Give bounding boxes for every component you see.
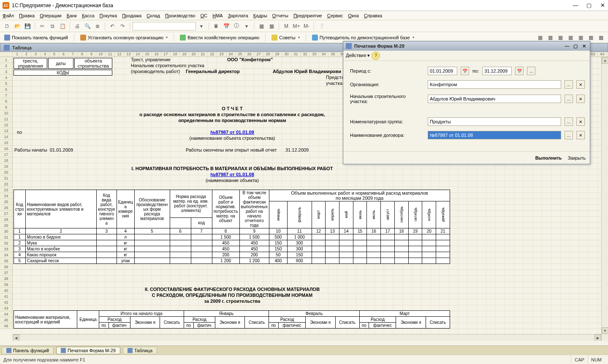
org-label: Организация: xyxy=(350,82,424,87)
dialog-max-icon[interactable]: ▢ xyxy=(572,43,579,49)
calendar-icon[interactable]: 📅 xyxy=(222,22,231,31)
print-icon[interactable]: 🖨 xyxy=(73,22,82,31)
search-dd-icon[interactable]: ▾ xyxy=(197,22,206,31)
menu-service[interactable]: Сервис xyxy=(327,13,343,18)
dialog-close-icon[interactable]: ✕ xyxy=(581,43,587,49)
row-contract: Наименование договора: №87987 от 01.01.0… xyxy=(350,131,585,139)
paste-icon[interactable]: 📋 xyxy=(58,22,67,31)
date-to-input[interactable]: 31.12.2009 xyxy=(482,67,512,75)
ooo-value: ООО "Конфетпром" xyxy=(227,57,273,62)
org-pick-icon[interactable]: … xyxy=(565,80,573,89)
execute-button[interactable]: Выполнить xyxy=(535,155,562,160)
date-from-picker-icon[interactable]: 📅 xyxy=(461,67,469,75)
menu-production[interactable]: Производство xyxy=(165,13,195,18)
copy-icon[interactable]: ⧉ xyxy=(48,22,57,31)
close-button[interactable]: ✕ xyxy=(600,3,605,8)
taskbar-m29[interactable]: Печатная Форма М-29 xyxy=(56,347,120,354)
set-org-button[interactable]: Установить основную организацию▾ xyxy=(79,33,170,42)
menu-file[interactable]: Файл xyxy=(3,13,14,18)
search-input[interactable] xyxy=(133,22,196,30)
row-headers[interactable]: 1234567891011121314151617181920212223242… xyxy=(0,57,13,329)
redo-icon[interactable]: ↷ xyxy=(118,22,127,31)
dialog-min-icon[interactable]: — xyxy=(564,43,570,49)
menu-windows[interactable]: Окна xyxy=(348,13,359,18)
dropdown-icon[interactable]: ▾ xyxy=(242,22,251,31)
group-pick-icon[interactable]: … xyxy=(565,117,573,126)
chief-clear-icon[interactable]: ✕ xyxy=(576,95,585,103)
period-select-icon[interactable]: … xyxy=(527,67,535,75)
sheet-title: Таблица xyxy=(12,45,32,50)
date-from-input[interactable]: 01.01.2009 xyxy=(428,67,457,75)
taskbar-panel[interactable]: Панель функций xyxy=(2,347,54,354)
dialog-actions-menu[interactable]: Действия ▾ xyxy=(346,53,370,58)
menu-purchase[interactable]: Покупка xyxy=(100,13,117,18)
scrollbar-vertical[interactable]: ▲ ▼ xyxy=(601,57,608,341)
scroll-right-icon[interactable]: ▶ xyxy=(594,334,601,341)
tips-icon xyxy=(271,35,277,41)
contract-pick-icon[interactable]: … xyxy=(565,131,573,139)
open-icon[interactable]: 📂 xyxy=(13,22,22,31)
section1-title: I. НОРМАТИВНАЯ ПОТРЕБНОСТЬ В МАТЕРИАЛАХ … xyxy=(13,166,452,171)
period-label: Период с: xyxy=(350,68,424,73)
menu-cash[interactable]: Касса xyxy=(82,13,95,18)
org-clear-icon[interactable]: ✕ xyxy=(576,80,585,89)
end-value: 31.12.2009 xyxy=(285,147,309,152)
section1-contract[interactable]: №87987 от 01.01.08 xyxy=(13,172,452,177)
filter2-icon[interactable]: ▦ xyxy=(267,22,276,31)
chief-label: Начальник строительного участка xyxy=(131,63,204,68)
menu-hr[interactable]: Кадры xyxy=(253,13,267,18)
tips-button[interactable]: Советы▾ xyxy=(270,33,301,42)
undo-icon[interactable]: ↶ xyxy=(108,22,117,31)
menu-warehouse[interactable]: Склад xyxy=(147,13,160,18)
contract-input[interactable]: №87987 от 01.01.08 xyxy=(428,131,561,139)
m-minus-icon[interactable]: M- xyxy=(302,22,311,31)
scroll-down-icon[interactable]: ▼ xyxy=(602,327,608,334)
save-icon[interactable]: 💾 xyxy=(23,22,32,31)
menu-operations[interactable]: Операции xyxy=(40,13,61,18)
chevron-down-icon: ▾ xyxy=(298,35,300,39)
date-to-picker-icon[interactable]: 📅 xyxy=(515,67,524,75)
enter-oper-button[interactable]: Ввести хозяйственную операцию xyxy=(178,33,261,42)
filter1-icon[interactable]: ▦ xyxy=(257,22,266,31)
scroll-left-icon[interactable]: ◀ xyxy=(13,334,19,341)
menu-os[interactable]: ОС xyxy=(201,13,208,18)
taskbar-table[interactable]: Таблица xyxy=(123,347,157,354)
scroll-up-icon[interactable]: ▲ xyxy=(602,57,608,64)
to-label: по: xyxy=(472,68,479,73)
scrollbar-horizontal[interactable]: ◀ ▶ xyxy=(13,334,601,341)
group-input[interactable]: Продукты xyxy=(428,117,561,126)
info-icon[interactable]: ⓘ xyxy=(232,22,241,31)
row-group: Номенклатурная группа: Продукты … ✕ xyxy=(350,117,585,126)
help-icon[interactable]: ❔ xyxy=(317,22,326,31)
r7-icon[interactable]: ▦ xyxy=(596,33,605,42)
m-plus-icon[interactable]: M+ xyxy=(292,22,301,31)
minimize-button[interactable]: — xyxy=(573,3,578,8)
chief-pick-icon[interactable]: … xyxy=(565,95,573,103)
calc-icon[interactable]: 🖩 xyxy=(212,22,221,31)
dialog-titlebar[interactable]: Печатная Форма М-29 — ▢ ✕ xyxy=(343,41,590,51)
menu-sale[interactable]: Продажа xyxy=(122,13,141,18)
compare-icon[interactable]: ≣ xyxy=(93,22,102,31)
preview-icon[interactable]: 🔍 xyxy=(83,22,92,31)
close-dialog-button[interactable]: Закрыть xyxy=(568,155,586,160)
cut-icon[interactable]: ✂ xyxy=(38,22,47,31)
dialog-help-icon[interactable]: ? xyxy=(372,52,380,60)
maximize-button[interactable]: ▢ xyxy=(586,3,592,8)
contract-clear-icon[interactable]: ✕ xyxy=(576,131,585,139)
group-clear-icon[interactable]: ✕ xyxy=(576,117,585,126)
contract-label: Наименование договора: xyxy=(350,133,424,138)
menu-nma[interactable]: НМА xyxy=(212,13,223,18)
new-icon[interactable]: 🗋 xyxy=(3,22,12,31)
chief-input[interactable]: Абдулов Юрий Владимирович xyxy=(428,95,561,103)
show-panel-button[interactable]: Показать панель функций xyxy=(3,33,70,42)
org-input[interactable]: Конфетпром xyxy=(428,80,561,89)
menu-enterprise[interactable]: Предприятие xyxy=(293,13,322,18)
menu-bank[interactable]: Банк xyxy=(67,13,77,18)
menu-salary[interactable]: Зарплата xyxy=(228,13,248,18)
menu-help[interactable]: Справка xyxy=(364,13,382,18)
menu-reports[interactable]: Отчеты xyxy=(272,13,288,18)
end-label: Работы окончены или открыт новый отчет xyxy=(186,147,277,152)
menu-edit[interactable]: Правка xyxy=(19,13,35,18)
status-bar: Для получения подсказки нажмите F1 CAP N… xyxy=(0,355,608,364)
m-icon[interactable]: M xyxy=(282,22,291,31)
